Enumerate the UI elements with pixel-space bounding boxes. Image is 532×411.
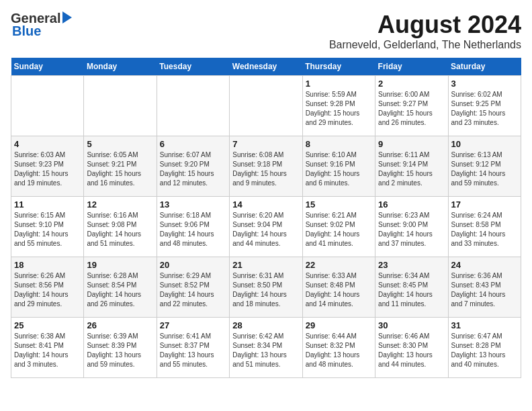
day-info: Sunrise: 6:13 AM Sunset: 9:12 PM Dayligh… bbox=[451, 150, 518, 188]
day-number: 18 bbox=[14, 260, 81, 270]
day-number: 6 bbox=[160, 139, 226, 149]
day-info: Sunrise: 6:39 AM Sunset: 8:39 PM Dayligh… bbox=[87, 332, 153, 369]
day-info: Sunrise: 6:02 AM Sunset: 9:25 PM Dayligh… bbox=[451, 90, 518, 128]
day-number: 3 bbox=[451, 79, 518, 89]
day-number: 9 bbox=[378, 139, 445, 149]
page-subtitle: Barneveld, Gelderland, The Netherlands bbox=[329, 39, 521, 51]
svg-marker-0 bbox=[62, 11, 72, 24]
day-number: 7 bbox=[232, 139, 299, 149]
day-info: Sunrise: 6:07 AM Sunset: 9:20 PM Dayligh… bbox=[160, 150, 226, 188]
weekday-header-thursday: Thursday bbox=[302, 58, 375, 76]
logo: General Blue bbox=[11, 11, 72, 39]
day-number: 30 bbox=[378, 320, 445, 330]
calendar-cell: 25Sunrise: 6:38 AM Sunset: 8:41 PM Dayli… bbox=[11, 318, 84, 378]
day-number: 31 bbox=[451, 320, 518, 330]
day-info: Sunrise: 6:21 AM Sunset: 9:02 PM Dayligh… bbox=[306, 211, 372, 248]
logo-arrow-icon bbox=[62, 11, 72, 26]
day-number: 22 bbox=[306, 260, 372, 270]
day-number: 26 bbox=[87, 320, 153, 330]
day-number: 16 bbox=[378, 199, 445, 210]
day-number: 12 bbox=[87, 199, 153, 210]
day-info: Sunrise: 6:15 AM Sunset: 9:10 PM Dayligh… bbox=[14, 211, 81, 248]
calendar-cell: 14Sunrise: 6:20 AM Sunset: 9:04 PM Dayli… bbox=[230, 197, 302, 257]
day-info: Sunrise: 6:41 AM Sunset: 8:37 PM Dayligh… bbox=[160, 332, 226, 369]
day-info: Sunrise: 6:38 AM Sunset: 8:41 PM Dayligh… bbox=[14, 332, 81, 369]
day-info: Sunrise: 6:34 AM Sunset: 8:45 PM Dayligh… bbox=[378, 271, 445, 309]
calendar-cell bbox=[11, 76, 84, 136]
day-number: 13 bbox=[160, 199, 226, 210]
calendar-cell: 13Sunrise: 6:18 AM Sunset: 9:06 PM Dayli… bbox=[157, 197, 229, 257]
page-title: August 2024 bbox=[329, 11, 521, 39]
calendar-cell: 28Sunrise: 6:42 AM Sunset: 8:34 PM Dayli… bbox=[230, 318, 302, 378]
weekday-header-sunday: Sunday bbox=[11, 58, 84, 76]
calendar-cell: 12Sunrise: 6:16 AM Sunset: 9:08 PM Dayli… bbox=[84, 197, 157, 257]
weekday-header-wednesday: Wednesday bbox=[230, 58, 302, 76]
calendar-cell: 4Sunrise: 6:03 AM Sunset: 9:23 PM Daylig… bbox=[11, 136, 84, 197]
day-number: 8 bbox=[306, 139, 372, 149]
calendar-cell: 5Sunrise: 6:05 AM Sunset: 9:21 PM Daylig… bbox=[84, 136, 157, 197]
calendar-cell: 8Sunrise: 6:10 AM Sunset: 9:16 PM Daylig… bbox=[302, 136, 375, 197]
day-number: 11 bbox=[14, 199, 81, 210]
day-info: Sunrise: 6:20 AM Sunset: 9:04 PM Dayligh… bbox=[232, 211, 299, 248]
calendar-cell: 26Sunrise: 6:39 AM Sunset: 8:39 PM Dayli… bbox=[84, 318, 157, 378]
header: General Blue August 2024 Barneveld, Geld… bbox=[11, 11, 521, 51]
day-number: 20 bbox=[160, 260, 226, 270]
week-row-5: 25Sunrise: 6:38 AM Sunset: 8:41 PM Dayli… bbox=[11, 318, 521, 378]
day-number: 2 bbox=[378, 79, 445, 89]
calendar-cell: 16Sunrise: 6:23 AM Sunset: 9:00 PM Dayli… bbox=[375, 197, 448, 257]
day-info: Sunrise: 6:47 AM Sunset: 8:28 PM Dayligh… bbox=[451, 332, 518, 369]
calendar-cell: 11Sunrise: 6:15 AM Sunset: 9:10 PM Dayli… bbox=[11, 197, 84, 257]
calendar-cell: 18Sunrise: 6:26 AM Sunset: 8:56 PM Dayli… bbox=[11, 257, 84, 318]
calendar-cell bbox=[84, 76, 157, 136]
calendar-cell: 19Sunrise: 6:28 AM Sunset: 8:54 PM Dayli… bbox=[84, 257, 157, 318]
calendar-cell: 22Sunrise: 6:33 AM Sunset: 8:48 PM Dayli… bbox=[302, 257, 375, 318]
logo-blue: Blue bbox=[12, 24, 41, 39]
calendar-cell bbox=[230, 76, 302, 136]
day-info: Sunrise: 6:28 AM Sunset: 8:54 PM Dayligh… bbox=[87, 271, 153, 309]
day-info: Sunrise: 6:33 AM Sunset: 8:48 PM Dayligh… bbox=[306, 271, 372, 309]
day-number: 28 bbox=[232, 320, 299, 330]
day-info: Sunrise: 6:16 AM Sunset: 9:08 PM Dayligh… bbox=[87, 211, 153, 248]
day-number: 27 bbox=[160, 320, 226, 330]
day-number: 24 bbox=[451, 260, 518, 270]
day-info: Sunrise: 6:11 AM Sunset: 9:14 PM Dayligh… bbox=[378, 150, 445, 188]
day-number: 19 bbox=[87, 260, 153, 270]
calendar-cell: 30Sunrise: 6:46 AM Sunset: 8:30 PM Dayli… bbox=[375, 318, 448, 378]
day-info: Sunrise: 6:18 AM Sunset: 9:06 PM Dayligh… bbox=[160, 211, 226, 248]
day-info: Sunrise: 6:29 AM Sunset: 8:52 PM Dayligh… bbox=[160, 271, 226, 309]
day-info: Sunrise: 6:24 AM Sunset: 8:58 PM Dayligh… bbox=[451, 211, 518, 248]
calendar-cell: 29Sunrise: 6:44 AM Sunset: 8:32 PM Dayli… bbox=[302, 318, 375, 378]
calendar-cell: 7Sunrise: 6:08 AM Sunset: 9:18 PM Daylig… bbox=[230, 136, 302, 197]
day-info: Sunrise: 6:23 AM Sunset: 9:00 PM Dayligh… bbox=[378, 211, 445, 248]
calendar-cell bbox=[157, 76, 229, 136]
day-number: 14 bbox=[232, 199, 299, 210]
week-row-4: 18Sunrise: 6:26 AM Sunset: 8:56 PM Dayli… bbox=[11, 257, 521, 318]
calendar-cell: 6Sunrise: 6:07 AM Sunset: 9:20 PM Daylig… bbox=[157, 136, 229, 197]
calendar-cell: 17Sunrise: 6:24 AM Sunset: 8:58 PM Dayli… bbox=[448, 197, 521, 257]
day-info: Sunrise: 5:59 AM Sunset: 9:28 PM Dayligh… bbox=[306, 90, 372, 128]
calendar-cell: 24Sunrise: 6:36 AM Sunset: 8:43 PM Dayli… bbox=[448, 257, 521, 318]
day-info: Sunrise: 6:42 AM Sunset: 8:34 PM Dayligh… bbox=[232, 332, 299, 369]
calendar-cell: 21Sunrise: 6:31 AM Sunset: 8:50 PM Dayli… bbox=[230, 257, 302, 318]
day-number: 21 bbox=[232, 260, 299, 270]
calendar-cell: 27Sunrise: 6:41 AM Sunset: 8:37 PM Dayli… bbox=[157, 318, 229, 378]
calendar-cell: 23Sunrise: 6:34 AM Sunset: 8:45 PM Dayli… bbox=[375, 257, 448, 318]
weekday-header-tuesday: Tuesday bbox=[157, 58, 229, 76]
day-info: Sunrise: 6:46 AM Sunset: 8:30 PM Dayligh… bbox=[378, 332, 445, 369]
day-info: Sunrise: 6:44 AM Sunset: 8:32 PM Dayligh… bbox=[306, 332, 372, 369]
calendar-cell: 2Sunrise: 6:00 AM Sunset: 9:27 PM Daylig… bbox=[375, 76, 448, 136]
day-number: 10 bbox=[451, 139, 518, 149]
day-number: 23 bbox=[378, 260, 445, 270]
calendar-cell: 10Sunrise: 6:13 AM Sunset: 9:12 PM Dayli… bbox=[448, 136, 521, 197]
day-info: Sunrise: 6:36 AM Sunset: 8:43 PM Dayligh… bbox=[451, 271, 518, 309]
day-number: 4 bbox=[14, 139, 81, 149]
day-number: 17 bbox=[451, 199, 518, 210]
weekday-header-saturday: Saturday bbox=[448, 58, 521, 76]
day-number: 5 bbox=[87, 139, 153, 149]
day-info: Sunrise: 6:31 AM Sunset: 8:50 PM Dayligh… bbox=[232, 271, 299, 309]
day-info: Sunrise: 6:00 AM Sunset: 9:27 PM Dayligh… bbox=[378, 90, 445, 128]
calendar-cell: 15Sunrise: 6:21 AM Sunset: 9:02 PM Dayli… bbox=[302, 197, 375, 257]
day-info: Sunrise: 6:26 AM Sunset: 8:56 PM Dayligh… bbox=[14, 271, 81, 309]
day-info: Sunrise: 6:10 AM Sunset: 9:16 PM Dayligh… bbox=[306, 150, 372, 188]
calendar-table: SundayMondayTuesdayWednesdayThursdayFrid… bbox=[11, 58, 521, 378]
